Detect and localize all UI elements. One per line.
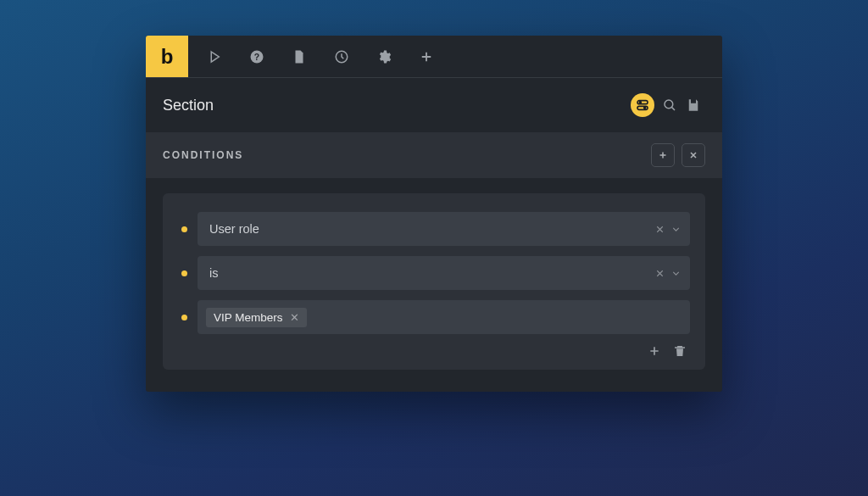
- condition-operator-value: is: [209, 266, 649, 280]
- page-title: Section: [163, 97, 214, 114]
- remove-tag-icon[interactable]: ✕: [290, 311, 299, 324]
- condition-field-value: User role: [209, 222, 649, 236]
- clear-field-icon[interactable]: [654, 224, 665, 235]
- logo-glyph: b: [161, 45, 174, 69]
- bullet-icon: [181, 270, 187, 276]
- svg-point-6: [644, 107, 646, 109]
- value-tag-label: VIP Members: [214, 311, 283, 324]
- clock-icon[interactable]: [320, 36, 363, 77]
- structure-toggle[interactable]: [631, 93, 654, 117]
- chevron-down-icon[interactable]: [670, 268, 682, 279]
- panel-header: Section: [146, 78, 722, 132]
- condition-operator-select[interactable]: is: [198, 256, 690, 290]
- add-condition-group-button[interactable]: [651, 143, 675, 167]
- app-logo[interactable]: b: [146, 36, 188, 77]
- conditions-header: CONDITIONS: [146, 132, 722, 178]
- condition-row-field: User role: [178, 212, 690, 246]
- condition-row-operator: is: [178, 256, 690, 290]
- help-icon[interactable]: ?: [236, 36, 278, 77]
- remove-condition-group-button[interactable]: [682, 143, 705, 167]
- svg-text:?: ?: [254, 51, 259, 61]
- delete-condition-button[interactable]: [673, 344, 687, 358]
- toolbar: b ?: [146, 36, 722, 78]
- value-tag: VIP Members ✕: [206, 308, 307, 327]
- panel-body: User role is VIP Members ✕: [146, 178, 722, 392]
- conditions-label: CONDITIONS: [163, 149, 243, 161]
- search-icon[interactable]: [658, 93, 682, 117]
- condition-row-value: VIP Members ✕: [178, 300, 690, 334]
- svg-point-7: [665, 100, 673, 109]
- bullet-icon: [181, 226, 187, 232]
- condition-card-footer: [178, 344, 690, 358]
- file-icon[interactable]: [278, 36, 320, 77]
- add-condition-button[interactable]: [648, 344, 661, 358]
- save-icon[interactable]: [682, 93, 705, 117]
- gear-icon[interactable]: [363, 36, 405, 77]
- clear-operator-icon[interactable]: [654, 268, 665, 279]
- bullet-icon: [181, 315, 187, 320]
- play-icon[interactable]: [193, 36, 236, 77]
- condition-card: User role is VIP Members ✕: [163, 193, 705, 370]
- svg-point-5: [639, 102, 641, 103]
- condition-field-select[interactable]: User role: [198, 212, 690, 246]
- panel-window: b ? Section CON: [146, 36, 722, 392]
- plus-icon[interactable]: [405, 36, 448, 77]
- condition-value-input[interactable]: VIP Members ✕: [198, 300, 690, 334]
- chevron-down-icon[interactable]: [670, 224, 682, 235]
